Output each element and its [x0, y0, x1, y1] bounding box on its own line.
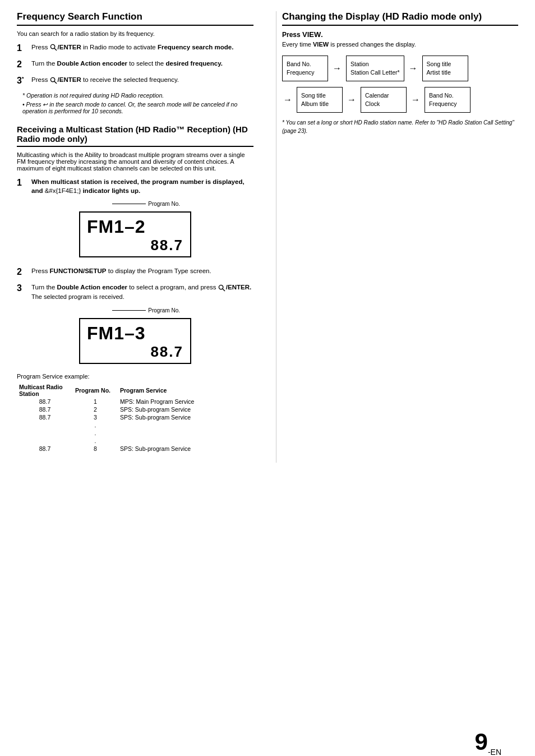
fm-display-wrapper-1: Program No. FM1–2 88.7 [79, 201, 191, 257]
ps-col-prog: Program No. [73, 383, 118, 398]
fm-display-1: FM1–2 88.7 [79, 211, 191, 257]
table-row: 88.73SPS: Sub-program Service [17, 413, 253, 421]
ps-station-cell: 88.7 [17, 405, 73, 413]
step-num-1: 1 [17, 43, 29, 53]
diag-frequency-2: Frequency [429, 100, 466, 108]
enter-label-1: /ENTER [58, 44, 81, 50]
fm-display-2-line1: FM1–3 [87, 324, 183, 343]
note-asterisk-1: * Operation is not required during HD Ra… [17, 92, 253, 99]
table-row: 88.71MPS: Main Program Service [17, 398, 253, 405]
ps-prog-cell: 3 [73, 413, 118, 421]
diag-box-song-artist: Song title Artist title [422, 56, 468, 81]
search-icon-2 [50, 77, 57, 84]
svg-point-2 [50, 77, 54, 81]
step-3-multicast-text: Turn the Double Action encoder to select… [31, 283, 251, 301]
multicast-intro: Multicasting which is the Ability to bro… [17, 151, 253, 172]
ps-prog-cell: 1 [73, 398, 118, 405]
step-1-freq: 1 Press /ENTER in Radio mode to activate… [17, 43, 253, 53]
svg-line-3 [54, 81, 56, 84]
press-view-label: Press VIEW. [282, 30, 518, 39]
ps-station-cell [17, 437, 73, 445]
search-icon-3 [218, 284, 225, 292]
view-label: VIEW [302, 30, 321, 39]
step-num-2: 2 [17, 59, 29, 70]
fm-display-2: FM1–3 88.7 [79, 318, 191, 364]
step-2-multicast-text: Press FUNCTION/SETUP to display the Prog… [31, 266, 211, 275]
right-footnote: * You can set a long or short HD Radio s… [282, 118, 518, 135]
step-1-multicast: 1 When multicast station is received, th… [17, 177, 253, 195]
ps-service-cell [118, 429, 253, 437]
svg-point-0 [50, 45, 54, 49]
ps-service-cell: SPS: Sub-program Service [118, 405, 253, 413]
arrow-4: → [346, 95, 357, 105]
ps-table: Multicast Radio Station Program No. Prog… [17, 383, 253, 453]
arrow-3: → [282, 95, 293, 105]
fm-display-wrapper-2: Program No. FM1–3 88.7 [79, 307, 191, 364]
arrow-1: → [331, 63, 343, 73]
step-3-multicast: 3 Turn the Double Action encoder to sele… [17, 283, 253, 301]
double-action-label-2: Double Action encoder [57, 284, 127, 291]
changing-display-section: Changing the Display (HD Radio mode only… [282, 11, 518, 135]
step-num-m2: 2 [17, 266, 29, 277]
ps-station-cell: 88.7 [17, 445, 73, 453]
svg-point-4 [219, 285, 223, 289]
diagram-row-1: Band No. Frequency → Station Station Cal… [282, 56, 518, 81]
diag-album-title: Album title [301, 100, 338, 108]
enter-label-2: /ENTER [58, 76, 81, 83]
ps-prog-cell: . [73, 429, 118, 437]
multicast-section: Receiving a Multicast Station (HD Radio™… [17, 125, 253, 453]
fm-display-1-line1: FM1–2 [87, 217, 183, 237]
asterisk-sup: * [22, 76, 24, 81]
changing-display-title: Changing the Display (HD Radio mode only… [282, 11, 518, 26]
table-row: . [17, 421, 253, 429]
ps-col-service: Program Service [118, 383, 253, 398]
display-diagram: Band No. Frequency → Station Station Cal… [282, 56, 518, 113]
desired-freq-label: desired frequency. [165, 60, 222, 67]
diag-song-title-2: Song title [301, 91, 338, 100]
step-2-multicast: 2 Press FUNCTION/SETUP to display the Pr… [17, 266, 253, 277]
step-num-m1: 1 [17, 177, 29, 188]
ps-col-station: Multicast Radio Station [17, 383, 73, 398]
ps-prog-cell: . [73, 437, 118, 445]
ps-station-cell: 88.7 [17, 413, 73, 421]
ps-service-cell: SPS: Sub-program Service [118, 445, 253, 453]
ps-service-cell: MPS: Main Program Service [118, 398, 253, 405]
ps-station-cell [17, 421, 73, 429]
view-desc: Every time VIEW is pressed changes the d… [282, 41, 518, 48]
diag-box-calendar: Calendar Clock [361, 87, 407, 113]
enter-label-3: /ENTER. [226, 284, 251, 291]
step-num-m3: 3 [17, 283, 29, 293]
step-3-sub: The selected program is received. [31, 293, 251, 301]
diag-frequency-1: Frequency [287, 68, 324, 77]
table-row: 88.78SPS: Sub-program Service [17, 445, 253, 453]
freq-search-mode-label: Frequency search mode. [158, 44, 234, 50]
table-row: . [17, 429, 253, 437]
ps-prog-cell: 2 [73, 405, 118, 413]
diag-box-station: Station Station Call Letter* [346, 56, 404, 81]
double-action-label-1: Double Action encoder [57, 60, 127, 67]
diag-box-band-freq-1: Band No. Frequency [282, 56, 328, 81]
function-setup-label: FUNCTION/SETUP [50, 268, 107, 274]
step-1-multicast-text: When multicast station is received, the … [31, 177, 253, 195]
multicast-title: Receiving a Multicast Station (HD Radio™… [17, 125, 253, 147]
ps-service-cell [118, 437, 253, 445]
svg-line-1 [54, 48, 56, 50]
diag-calendar: Calendar [365, 91, 402, 100]
step-3-freq: 3* Press /ENTER to receive the selected … [17, 75, 253, 86]
frequency-search-intro: You can search for a radio station by it… [17, 30, 253, 37]
program-no-label-1: Program No. [148, 201, 180, 207]
view-label-2: VIEW [313, 41, 329, 48]
diag-station: Station [350, 60, 400, 68]
step-num-3: 3* [17, 75, 29, 86]
indicator-label: indicator lights up. [82, 187, 140, 194]
diag-artist-title: Artist title [427, 68, 464, 77]
diag-box-song-album: Song title Album title [297, 87, 343, 113]
diag-band-no: Band No. [287, 60, 324, 68]
ps-station-cell: 88.7 [17, 398, 73, 405]
step-2-freq: 2 Turn the Double Action encoder to sele… [17, 59, 253, 70]
ps-table-body: 88.71MPS: Main Program Service88.72SPS: … [17, 398, 253, 453]
arrow-2: → [408, 63, 419, 73]
ps-station-cell [17, 429, 73, 437]
ps-service-cell: SPS: Sub-program Service [118, 413, 253, 421]
ps-service-cell [118, 421, 253, 429]
